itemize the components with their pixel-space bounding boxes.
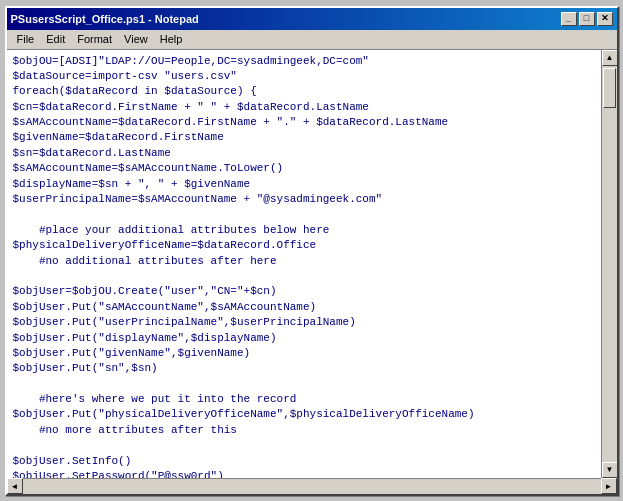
menu-edit[interactable]: Edit [40,32,71,46]
title-bar: PSusersScript_Office.ps1 - Notepad _ □ ✕ [7,8,617,30]
minimize-button[interactable]: _ [561,12,577,26]
scroll-up-button[interactable]: ▲ [602,50,617,66]
title-controls: _ □ ✕ [561,12,613,26]
scroll-right-button[interactable]: ► [601,478,617,494]
window-title: PSusersScript_Office.ps1 - Notepad [11,13,199,25]
close-button[interactable]: ✕ [597,12,613,26]
editor-area: $objOU=[ADSI]"LDAP://OU=People,DC=sysadm… [7,50,617,478]
notepad-window: PSusersScript_Office.ps1 - Notepad _ □ ✕… [5,6,619,496]
scroll-thumb-vertical[interactable] [603,68,616,108]
menu-help[interactable]: Help [154,32,189,46]
scroll-track-vertical[interactable] [602,66,617,462]
menu-file[interactable]: File [11,32,41,46]
vertical-scrollbar[interactable]: ▲ ▼ [601,50,617,478]
menu-format[interactable]: Format [71,32,118,46]
scroll-left-button[interactable]: ◄ [7,478,23,494]
menu-view[interactable]: View [118,32,154,46]
scroll-down-button[interactable]: ▼ [602,462,617,478]
horizontal-scrollbar[interactable]: ◄ ► [7,478,617,494]
maximize-button[interactable]: □ [579,12,595,26]
code-editor[interactable]: $objOU=[ADSI]"LDAP://OU=People,DC=sysadm… [7,50,601,478]
menu-bar: File Edit Format View Help [7,30,617,50]
